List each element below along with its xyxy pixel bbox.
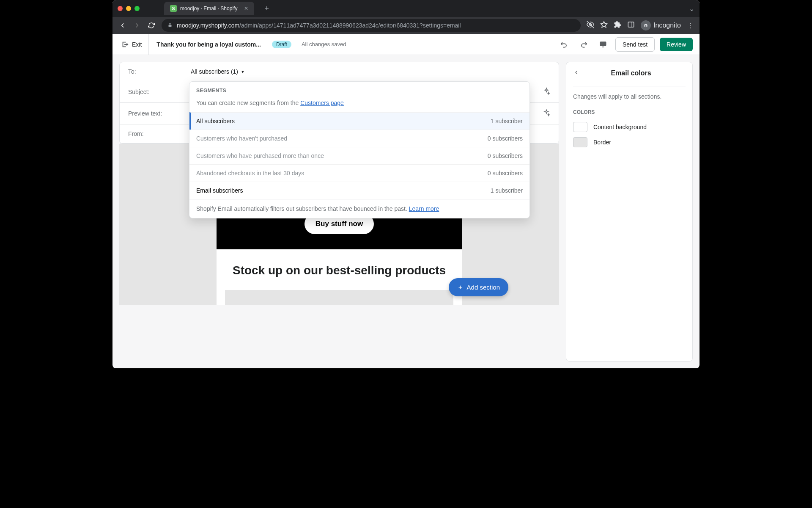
segment-option[interactable]: Customers who haven't purchased0 subscri…: [189, 130, 529, 147]
tab-close-icon[interactable]: ✕: [244, 6, 248, 11]
products-title: Stock up on our best-selling products: [225, 264, 453, 277]
close-window-button[interactable]: [118, 6, 123, 11]
segment-option[interactable]: Abandoned checkouts in the last 30 days0…: [189, 164, 529, 182]
tab-title: moodjoy · Email · Shopify: [180, 6, 237, 11]
svg-rect-3: [628, 22, 634, 27]
segments-dropdown: SEGMENTS You can create new segments fro…: [189, 81, 530, 218]
lock-icon: [167, 22, 173, 29]
browser-menu-icon[interactable]: ⋮: [687, 22, 694, 30]
to-value: All subscribers (1): [191, 68, 238, 75]
segment-name: Email subscribers: [196, 187, 243, 194]
desktop-preview-button[interactable]: [596, 37, 610, 52]
segment-count: 1 subscriber: [491, 118, 523, 124]
product-placeholder: [225, 290, 453, 305]
exit-icon: [121, 41, 129, 48]
save-status: All changes saved: [302, 41, 346, 47]
segment-option[interactable]: Email subscribers1 subscriber: [189, 182, 529, 199]
add-section-label: Add section: [467, 284, 500, 291]
shopify-favicon-icon: S: [170, 5, 177, 12]
undo-button[interactable]: [557, 37, 571, 52]
to-row: To: All subscribers (1) ▼: [120, 62, 559, 81]
exit-button[interactable]: Exit: [119, 34, 149, 55]
ai-suggest-subject-icon[interactable]: [543, 87, 550, 97]
app-header: Exit Thank you for being a loyal custom.…: [112, 34, 700, 55]
url-text: moodjoy.myshopify.com/admin/apps/14711ad…: [177, 22, 461, 29]
border-label: Border: [593, 139, 611, 146]
sidebar-header: Email colors: [573, 69, 686, 86]
svg-rect-7: [600, 41, 606, 46]
browser-toolbar: moodjoy.myshopify.com/admin/apps/14711ad…: [112, 17, 700, 34]
right-sidebar: Email colors Changes will apply to all s…: [566, 62, 693, 362]
reload-button[interactable]: [147, 22, 156, 29]
page-title: Thank you for being a loyal custom...: [156, 41, 261, 48]
preview-text-label: Preview text:: [128, 110, 191, 117]
review-button[interactable]: Review: [660, 38, 693, 51]
extensions-icon[interactable]: [614, 21, 621, 30]
segment-count: 0 subscribers: [488, 135, 523, 142]
email-header-form: To: All subscribers (1) ▼ Subject: Previ…: [119, 62, 559, 144]
svg-point-6: [646, 25, 648, 27]
content-bg-color-picker[interactable]: Content background: [573, 119, 686, 135]
content-bg-swatch: [573, 122, 587, 132]
to-field[interactable]: All subscribers (1) ▼: [191, 68, 245, 75]
border-swatch: [573, 137, 587, 147]
subject-label: Subject:: [128, 88, 191, 95]
svg-marker-2: [601, 22, 607, 28]
app-window: S moodjoy · Email · Shopify ✕ + ⌄ moodjo…: [112, 0, 700, 368]
content-bg-label: Content background: [593, 124, 647, 130]
border-color-picker[interactable]: Border: [573, 135, 686, 150]
browser-tab[interactable]: S moodjoy · Email · Shopify ✕: [164, 2, 254, 15]
plus-icon: ＋: [457, 283, 464, 291]
header-actions: Send test Review: [557, 37, 693, 52]
svg-point-5: [644, 25, 646, 27]
from-label: From:: [128, 130, 191, 137]
tabs-overflow-icon[interactable]: ⌄: [689, 5, 694, 13]
redo-button[interactable]: [576, 37, 591, 52]
svg-rect-8: [602, 47, 604, 47]
segment-option[interactable]: All subscribers1 subscriber: [189, 112, 529, 130]
products-section[interactable]: Stock up on our best-selling products: [217, 249, 462, 305]
caret-down-icon: ▼: [241, 69, 245, 74]
sidebar-back-button[interactable]: [573, 69, 580, 77]
dropdown-footer: Shopify Email automatically filters out …: [189, 199, 529, 218]
incognito-indicator[interactable]: Incognito: [641, 20, 681, 30]
send-test-button[interactable]: Send test: [615, 37, 655, 52]
svg-rect-0: [169, 25, 172, 27]
customers-page-link[interactable]: Customers page: [300, 99, 344, 106]
incognito-icon: [641, 20, 651, 30]
learn-more-link[interactable]: Learn more: [409, 205, 439, 212]
browser-chrome-top: S moodjoy · Email · Shopify ✕ + ⌄: [112, 0, 700, 17]
segment-name: Abandoned checkouts in the last 30 days: [196, 170, 304, 177]
browser-toolbar-right: Incognito ⋮: [587, 20, 694, 30]
colors-section-label: COLORS: [573, 107, 686, 119]
dropdown-header: SEGMENTS: [189, 82, 529, 95]
segment-count: 0 subscribers: [488, 152, 523, 159]
segment-name: Customers who have purchased more than o…: [196, 152, 324, 159]
forward-button[interactable]: [133, 22, 141, 29]
sidebar-title: Email colors: [585, 69, 677, 77]
traffic-lights: [118, 6, 140, 11]
to-label: To:: [128, 68, 191, 75]
maximize-window-button[interactable]: [134, 6, 140, 11]
segment-count: 1 subscriber: [491, 187, 523, 194]
add-section-button[interactable]: ＋ Add section: [449, 278, 508, 296]
main-layout: To: All subscribers (1) ▼ Subject: Previ…: [112, 55, 700, 368]
draft-badge: Draft: [272, 41, 291, 48]
bookmark-star-icon[interactable]: [600, 21, 608, 30]
segment-name: All subscribers: [196, 118, 235, 124]
new-tab-button[interactable]: +: [264, 4, 269, 13]
back-button[interactable]: [118, 22, 127, 29]
ai-suggest-preview-icon[interactable]: [543, 109, 550, 118]
segment-option[interactable]: Customers who have purchased more than o…: [189, 147, 529, 164]
address-bar[interactable]: moodjoy.myshopify.com/admin/apps/14711ad…: [162, 19, 581, 32]
exit-label: Exit: [132, 41, 142, 48]
eye-off-icon[interactable]: [587, 21, 594, 30]
dropdown-helper: You can create new segments from the Cus…: [189, 95, 529, 112]
editor-column: To: All subscribers (1) ▼ Subject: Previ…: [112, 55, 566, 368]
panel-icon[interactable]: [627, 21, 635, 30]
minimize-window-button[interactable]: [126, 6, 131, 11]
sidebar-hint: Changes will apply to all sections.: [573, 86, 686, 107]
segment-count: 0 subscribers: [488, 170, 523, 177]
segment-name: Customers who haven't purchased: [196, 135, 287, 142]
